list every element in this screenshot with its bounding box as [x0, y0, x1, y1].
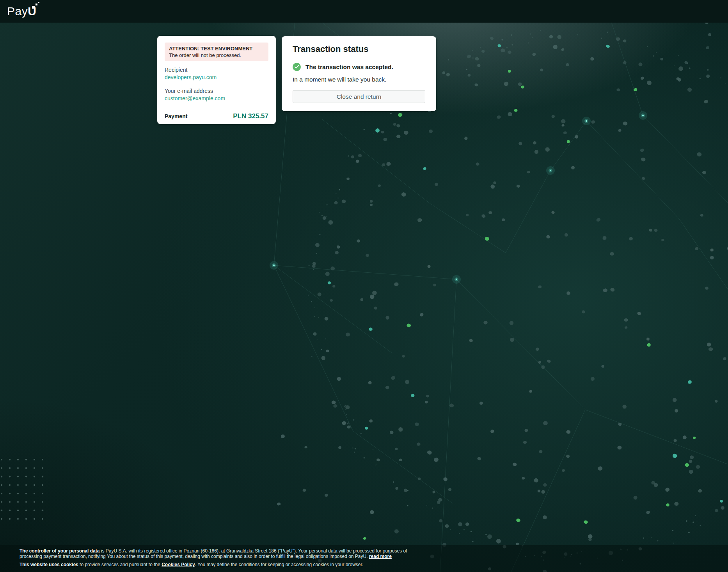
payment-label: Payment	[165, 113, 187, 119]
close-and-return-button[interactable]: Close and return	[293, 90, 425, 103]
transaction-status-card: Transaction status The transaction was a…	[282, 36, 436, 111]
order-summary-card: ATTENTION: TEST ENVIRONMENT The order wi…	[157, 36, 276, 124]
status-message: The transaction was accepted.	[305, 64, 393, 71]
footer-text: The controller of your personal data is …	[20, 548, 425, 568]
email-link[interactable]: customer@example.com	[165, 95, 225, 102]
check-circle-icon	[293, 63, 301, 71]
test-environment-warning: ATTENTION: TEST ENVIRONMENT The order wi…	[165, 43, 268, 61]
header-bar: PayU	[0, 0, 728, 23]
email-label: Your e-mail address	[165, 87, 268, 94]
payu-logo-pixel-icon	[32, 6, 35, 9]
payu-logo: PayU	[7, 4, 36, 19]
cookies-paragraph: This website uses cookies to provide ser…	[20, 562, 425, 568]
payment-row: Payment PLN 325.57	[165, 112, 268, 120]
recipient-label: Recipient	[165, 66, 268, 73]
privacy-paragraph: The controller of your personal data is …	[20, 548, 425, 560]
card-divider	[165, 107, 268, 107]
cookies-bold-text: This website uses cookies	[20, 562, 78, 567]
read-more-link[interactable]: read more	[369, 554, 392, 559]
recipient-link[interactable]: developers.payu.com	[165, 74, 217, 81]
payment-amount: PLN 325.57	[233, 112, 268, 120]
cookies-body-text-1: to provide services and pursuant to the	[78, 562, 162, 567]
cookies-policy-link[interactable]: Cookies Policy	[162, 562, 195, 567]
warning-text: The order will not be processed.	[169, 52, 264, 59]
status-row: The transaction was accepted.	[293, 63, 425, 71]
redirect-note: In a moment we will take you back.	[293, 76, 425, 83]
payu-logo-pixel-icon	[38, 2, 39, 3]
cookies-body-text-2: . You may define the conditions for keep…	[195, 562, 364, 567]
page-title: Transaction status	[293, 44, 425, 54]
warning-title: ATTENTION: TEST ENVIRONMENT	[169, 45, 264, 52]
footer-legal: The controller of your personal data is …	[0, 545, 728, 572]
payu-logo-pixel-icon	[36, 4, 37, 5]
payu-payment-page: PayU ATTENTION: TEST ENVIRONMENT The ord…	[0, 0, 728, 572]
privacy-bold-text: The controller of your personal data	[20, 548, 99, 554]
